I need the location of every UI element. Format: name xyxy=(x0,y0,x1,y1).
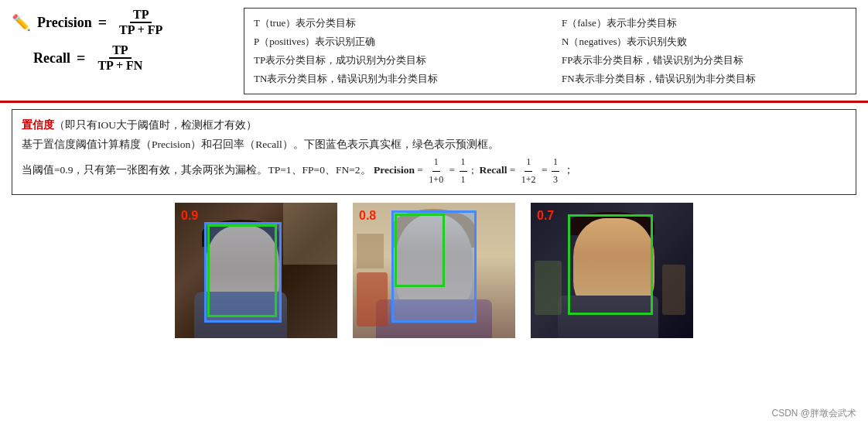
def-tp: TP表示分类目标，成功识别为分类目标 xyxy=(254,52,538,69)
recall-fraction: TP TP + FN xyxy=(94,43,145,73)
def-p-pos: P（positives）表示识别正确 xyxy=(254,33,538,50)
precision-label: Precision xyxy=(37,15,92,31)
confidence-label-2: 0.8 xyxy=(359,209,376,223)
image3-background: 0.7 xyxy=(531,203,693,338)
green-box-3 xyxy=(568,214,653,315)
detection-image-2: 0.8 xyxy=(353,203,515,338)
recall-formula-row: Recall = TP TP + FN xyxy=(33,43,228,73)
confidence-box: 置信度（即只有IOU大于阈值时，检测框才有效） 基于置信度阈值计算精度（Prec… xyxy=(12,109,856,195)
confidence-title: 置信度 xyxy=(22,119,54,131)
confidence-label-1: 0.9 xyxy=(181,209,198,223)
def-t-true: T（true）表示分类目标 xyxy=(254,15,538,32)
images-row: 0.9 0.8 xyxy=(12,203,856,338)
def-f-false: F（false）表示非分类目标 xyxy=(562,15,846,32)
bg-bottle2 xyxy=(662,265,685,315)
precision-numerator: TP xyxy=(130,8,152,23)
precision-bold: Precision xyxy=(374,164,415,176)
recall-numerator: TP xyxy=(109,43,131,59)
recall-equals: = xyxy=(77,50,85,67)
def-fp: FP表示非分类目标，错误识别为分类目标 xyxy=(562,52,846,69)
def-n-neg: N（negatives）表示识别失败 xyxy=(562,33,846,50)
watermark: CSDN @胖墩会武术 xyxy=(771,407,856,420)
detection-image-3: 0.7 xyxy=(531,203,693,338)
precision-inline-frac: 1 1+0 xyxy=(427,154,445,188)
precision-equals: = xyxy=(98,14,107,32)
def-fn: FN表示非分类目标，错误识别为非分类目标 xyxy=(562,70,846,87)
confidence-line1-suffix: （即只有IOU大于阈值时，检测框才有效） xyxy=(54,119,257,131)
precision-denominator: TP + FP xyxy=(116,23,166,37)
confidence-label-3: 0.7 xyxy=(537,209,554,223)
precision-fraction: TP TP + FP xyxy=(116,8,166,37)
detection-image-1: 0.9 xyxy=(175,203,337,338)
green-box-1 xyxy=(207,224,277,317)
recall-bold: Recall xyxy=(479,164,507,176)
definitions-grid: T（true）表示分类目标 F（false）表示非分类目标 P（positive… xyxy=(254,15,846,87)
bottom-section: 置信度（即只有IOU大于阈值时，检测框才有效） 基于置信度阈值计算精度（Prec… xyxy=(0,103,868,342)
recall-label: Recall xyxy=(33,50,70,67)
bg-bottle1 xyxy=(535,261,562,315)
recall-inline-frac: 1 1+2 xyxy=(520,154,538,188)
confidence-line3: 当阈值=0.9，只有第一张图有效，其余两张为漏检。TP=1、FP=0、FN=2。… xyxy=(22,154,846,188)
def-tn: TN表示分类目标，错误识别为非分类目标 xyxy=(254,70,538,87)
image2-background: 0.8 xyxy=(353,203,515,338)
top-section: ✏️ Precision = TP TP + FP Recall = TP TP… xyxy=(0,0,868,101)
image1-background: 0.9 xyxy=(175,203,337,338)
recall-result-frac: 1 3 xyxy=(552,154,559,188)
definitions-box: T（true）表示分类目标 F（false）表示非分类目标 P（positive… xyxy=(244,8,856,94)
confidence-line1: 置信度（即只有IOU大于阈值时，检测框才有效） xyxy=(22,116,846,135)
bg-frame xyxy=(357,234,384,268)
formula-area: ✏️ Precision = TP TP + FP Recall = TP TP… xyxy=(12,8,228,73)
precision-result-frac: 1 1 xyxy=(460,154,467,188)
bg-cup xyxy=(357,272,388,327)
recall-denominator: TP + FN xyxy=(94,59,145,73)
precision-formula-row: ✏️ Precision = TP TP + FP xyxy=(12,8,228,37)
pencil-icon: ✏️ xyxy=(12,13,31,32)
green-box-2 xyxy=(395,214,445,287)
bg-light1 xyxy=(283,203,337,265)
confidence-line2: 基于置信度阈值计算精度（Precision）和召回率（Recall）。下图蓝色表… xyxy=(22,135,846,154)
